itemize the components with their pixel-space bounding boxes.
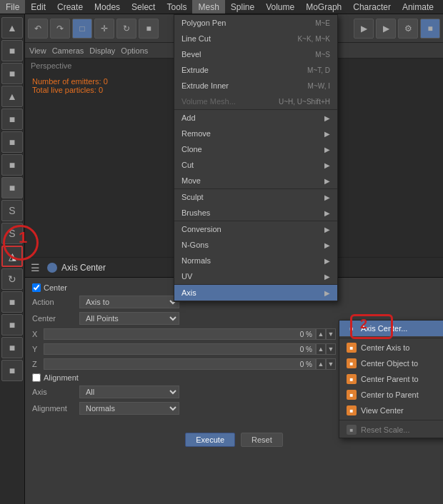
menu-move[interactable]: Move ▶	[174, 173, 337, 188]
submenu-center-axis-to[interactable]: ■ Center Axis to	[339, 340, 443, 356]
toolbar-settings[interactable]: ⚙	[398, 19, 418, 39]
sidebar-btn-2[interactable]: ■	[1, 40, 23, 61]
viewport-options[interactable]: Options	[121, 46, 148, 55]
align-select[interactable]: Normals	[79, 402, 179, 415]
viewport-view[interactable]: View	[29, 46, 46, 55]
menu-remove[interactable]: Remove ▶	[174, 126, 337, 141]
toolbar-undo[interactable]: ↶	[28, 19, 48, 39]
menu-character[interactable]: Character	[347, 0, 397, 14]
menu-volume[interactable]: Volume	[260, 0, 300, 14]
alignment-check-label: Alignment	[44, 373, 79, 382]
submenu-view-center[interactable]: ■ View Center	[339, 403, 443, 418]
sidebar-btn-3[interactable]: ■	[1, 63, 23, 84]
ngons-label: N-Gons	[181, 241, 209, 249]
menu-clone[interactable]: Clone ▶	[174, 141, 337, 157]
submenu-axis-center[interactable]: ■ Axis Center...	[339, 321, 443, 336]
alignment-checkbox[interactable]	[32, 373, 41, 382]
menu-normals[interactable]: Normals ▶	[174, 253, 337, 268]
menu-edit[interactable]: Edit	[25, 0, 51, 14]
y-spinner-up[interactable]: ▲	[316, 343, 326, 355]
menu-cut[interactable]: Cut ▶	[174, 157, 337, 173]
viewport-display[interactable]: Display	[89, 46, 115, 55]
menu-axis[interactable]: Axis ▶	[174, 285, 337, 301]
menu-file[interactable]: File	[0, 0, 25, 14]
reset-button[interactable]: Reset	[241, 433, 283, 447]
sidebar-btn-8[interactable]: ■	[1, 177, 23, 198]
x-spinner-up[interactable]: ▲	[316, 328, 326, 340]
sidebar-btn-7[interactable]: ■	[1, 154, 23, 176]
menu-tools[interactable]: Tools	[161, 0, 192, 14]
z-spinner-up[interactable]: ▲	[316, 358, 326, 370]
sidebar-btn-active[interactable]: ◮	[1, 246, 23, 267]
panel-menu-icon[interactable]: ☰	[31, 262, 40, 273]
sidebar-btn-9[interactable]: S	[1, 200, 23, 221]
menu-extrude-inner[interactable]: Extrude Inner M~W, I	[174, 78, 337, 94]
toolbar-render-preview[interactable]: ▶	[354, 19, 374, 39]
sidebar-btn-13[interactable]: ■	[1, 314, 23, 336]
menu-spline[interactable]: Spline	[225, 0, 260, 14]
menu-uv[interactable]: UV ▶	[174, 268, 337, 284]
y-slider[interactable]: 0 %	[44, 343, 316, 355]
sculpt-arrow: ▶	[324, 193, 330, 201]
toolbar-rotate[interactable]: ↻	[116, 19, 136, 39]
execute-button[interactable]: Execute	[185, 433, 235, 447]
menu-ngons[interactable]: N-Gons ▶	[174, 237, 337, 253]
menu-conversion[interactable]: Conversion ▶	[174, 221, 337, 237]
z-spinner-down[interactable]: ▼	[326, 358, 336, 370]
menu-section-4: Conversion ▶ N-Gons ▶ Normals ▶ UV ▶	[174, 221, 337, 285]
viewport-cameras[interactable]: Cameras	[52, 46, 84, 55]
axis-field-row: Axis All	[32, 385, 336, 398]
menu-mograph[interactable]: MoGraph	[300, 0, 347, 14]
menu-extrude[interactable]: Extrude M~T, D	[174, 62, 337, 78]
x-spinner-down[interactable]: ▼	[326, 328, 336, 340]
sidebar-btn-4[interactable]: ▲	[1, 86, 23, 107]
mesh-dropdown: Polygon Pen M~E Line Cut K~K, M~K Bevel …	[174, 14, 338, 302]
submenu-center-to-parent[interactable]: ■ Center to Parent	[339, 387, 443, 403]
z-slider[interactable]: 0 %	[44, 358, 316, 370]
center-object-to-icon: ■	[347, 358, 357, 368]
menu-add[interactable]: Add ▶	[174, 110, 337, 126]
axis-arrow: ▶	[324, 289, 330, 297]
menu-section-1: Polygon Pen M~E Line Cut K~K, M~K Bevel …	[174, 15, 337, 110]
toolbar-select-box[interactable]: □	[72, 19, 92, 39]
sidebar-btn-11[interactable]: ↻	[1, 268, 23, 290]
x-slider[interactable]: 0 %	[44, 328, 316, 340]
sidebar-btn-5[interactable]: ■	[1, 109, 23, 130]
action-select[interactable]: Axis to	[79, 296, 179, 308]
center-checkbox[interactable]	[32, 283, 41, 292]
axis-select[interactable]: All	[79, 385, 179, 398]
menu-polygon-pen[interactable]: Polygon Pen M~E	[174, 15, 337, 31]
menu-mesh[interactable]: Mesh	[192, 0, 224, 14]
center-select[interactable]: All Points	[79, 312, 179, 325]
menu-line-cut[interactable]: Line Cut K~K, M~K	[174, 31, 337, 46]
menu-select[interactable]: Select	[126, 0, 161, 14]
conversion-arrow: ▶	[324, 226, 330, 233]
sidebar-btn-1[interactable]: ▲	[1, 17, 23, 39]
ngons-arrow: ▶	[324, 241, 330, 249]
menu-bevel[interactable]: Bevel M~S	[174, 46, 337, 62]
sidebar-btn-6[interactable]: ■	[1, 131, 23, 153]
toolbar-move[interactable]: ✛	[94, 19, 114, 39]
toolbar-redo[interactable]: ↷	[50, 19, 70, 39]
sidebar-btn-15[interactable]: ■	[1, 360, 23, 381]
axis-submenu: ■ Axis Center... ■ Center Axis to ■ Cent…	[339, 320, 443, 438]
sidebar-btn-12[interactable]: ■	[1, 291, 23, 313]
clone-label: Clone	[181, 145, 202, 153]
menu-sculpt[interactable]: Sculpt ▶	[174, 189, 337, 205]
sidebar-btn-14[interactable]: ■	[1, 337, 23, 358]
sidebar-btn-10[interactable]: S	[1, 223, 23, 244]
panel-title: Axis Center	[61, 263, 106, 273]
brushes-label: Brushes	[181, 208, 210, 217]
menu-create[interactable]: Create	[51, 0, 89, 14]
submenu-center-parent-to[interactable]: ■ Center Parent to	[339, 371, 443, 387]
toolbar-scale[interactable]: ■	[139, 19, 159, 39]
menu-simulate[interactable]: Simulate	[439, 0, 443, 14]
toolbar-view[interactable]: ■	[420, 19, 440, 39]
menu-brushes[interactable]: Brushes ▶	[174, 205, 337, 221]
menu-modes[interactable]: Modes	[89, 0, 126, 14]
toolbar-render[interactable]: ▶	[376, 19, 396, 39]
menu-animate[interactable]: Animate	[397, 0, 439, 14]
submenu-center-object-to[interactable]: ■ Center Object to	[339, 356, 443, 371]
y-spinner-down[interactable]: ▼	[326, 343, 336, 355]
center-object-to-label: Center Object to	[361, 359, 418, 368]
